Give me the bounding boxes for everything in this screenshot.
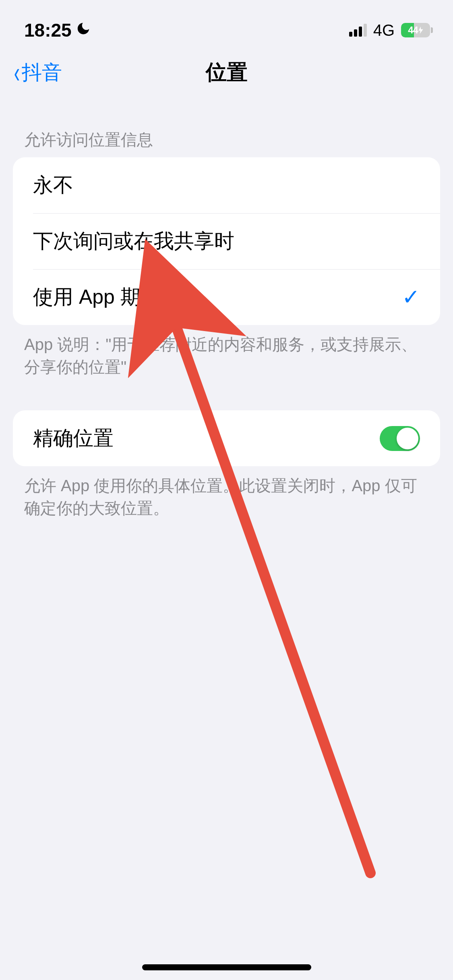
page-title: 位置 [206,58,248,86]
status-right: 4G 44 [349,21,433,39]
option-while-using[interactable]: 使用 App 期间 ✓ [13,269,440,325]
nav-bar: ‹ 抖音 位置 [0,48,453,97]
status-bar: 18:25 4G 44 [0,0,453,48]
status-time: 18:25 [24,19,72,41]
option-ask-next-time[interactable]: 下次询问或在我共享时 [13,213,440,269]
checkmark-icon: ✓ [402,284,420,310]
home-indicator[interactable] [142,964,311,970]
battery-icon: 44 [401,23,433,37]
dnd-moon-icon [76,21,91,40]
network-type: 4G [373,21,395,39]
back-label: 抖音 [22,59,62,86]
status-left: 18:25 [24,19,91,41]
location-access-group: 永不 下次询问或在我共享时 使用 App 期间 ✓ [13,157,440,325]
svg-line-0 [173,318,370,873]
option-never[interactable]: 永不 [13,157,440,213]
precise-location-toggle[interactable] [380,426,420,451]
precise-location-group: 精确位置 [13,410,440,466]
precise-location-footer: 允许 App 使用你的具体位置。此设置关闭时，App 仅可确定你的大致位置。 [0,466,453,519]
option-label: 使用 App 期间 [33,284,161,311]
precise-location-label: 精确位置 [33,425,114,452]
switch-knob [397,428,418,449]
back-button[interactable]: ‹ 抖音 [12,58,62,87]
precise-location-row[interactable]: 精确位置 [13,410,440,466]
option-label: 下次询问或在我共享时 [33,228,234,255]
location-access-header: 允许访问位置信息 [0,97,453,157]
chevron-left-icon: ‹ [14,58,20,87]
cellular-signal-icon [349,24,367,37]
app-description-footer: App 说明："用于推荐附近的内容和服务，或支持展示、分享你的位置" [0,325,453,378]
option-label: 永不 [33,172,73,199]
